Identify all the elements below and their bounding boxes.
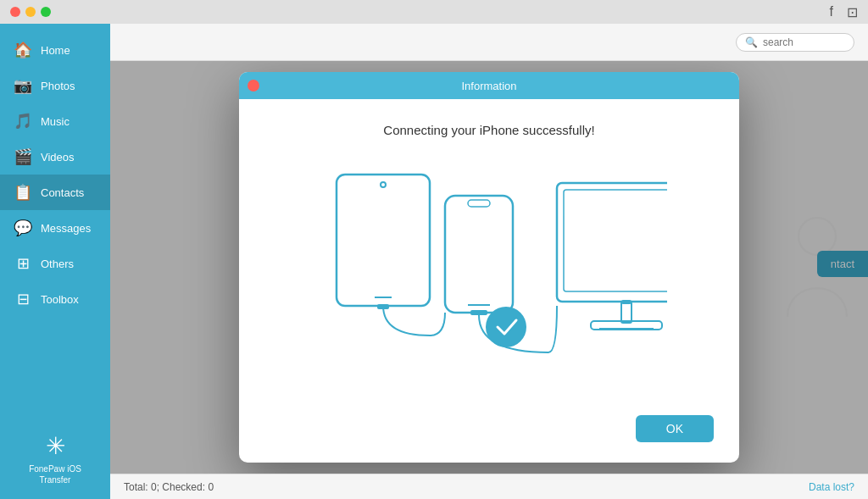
svg-rect-7 xyxy=(377,304,389,309)
modal-overlay: Information Connecting your iPhone succe… xyxy=(110,61,868,474)
modal-close-button[interactable] xyxy=(248,80,259,91)
sidebar-item-videos-label: Videos xyxy=(41,151,75,164)
svg-rect-8 xyxy=(470,310,487,315)
sidebar-item-toolbox[interactable]: ⊟ Toolbox xyxy=(0,281,110,317)
minimize-button[interactable] xyxy=(25,7,36,17)
modal-body: Connecting your iPhone successfully! xyxy=(239,99,739,415)
sidebar-item-photos[interactable]: 📷 Photos xyxy=(0,68,110,103)
modal-footer: OK xyxy=(239,415,739,463)
title-bar-right: f ⊡ xyxy=(830,4,858,20)
sidebar-item-contacts-label: Contacts xyxy=(41,186,84,199)
sidebar-item-others[interactable]: ⊞ Others xyxy=(0,246,110,281)
sidebar-bottom: ✳ FonePaw iOS Transfer xyxy=(0,419,110,499)
search-icon: 🔍 xyxy=(745,36,758,48)
sidebar-item-videos[interactable]: 🎬 Videos xyxy=(0,139,110,175)
app-name-label: FonePaw iOS Transfer xyxy=(14,463,97,485)
modal-dialog: Information Connecting your iPhone succe… xyxy=(239,72,739,463)
modal-titlebar: Information xyxy=(239,72,739,99)
svg-rect-11 xyxy=(564,190,667,291)
top-bar: 🔍 xyxy=(110,24,868,61)
sidebar-item-messages-label: Messages xyxy=(41,222,91,235)
main-content: 🔍 ntact Information xyxy=(110,24,868,499)
photos-icon: 📷 xyxy=(14,76,32,95)
svg-rect-12 xyxy=(621,302,632,323)
svg-rect-10 xyxy=(557,183,667,302)
toolbox-icon: ⊟ xyxy=(14,290,32,308)
sidebar: 🏠 Home 📷 Photos 🎵 Music 🎬 Videos 📋 Conta… xyxy=(0,24,110,499)
app-body: 🏠 Home 📷 Photos 🎵 Music 🎬 Videos 📋 Conta… xyxy=(0,24,868,499)
modal-title: Information xyxy=(461,80,516,92)
maximize-button[interactable] xyxy=(41,7,51,17)
messages-icon: 💬 xyxy=(14,219,32,237)
search-input[interactable] xyxy=(763,36,845,48)
music-icon: 🎵 xyxy=(14,112,32,130)
status-text: Total: 0; Checked: 0 xyxy=(124,481,214,493)
app-logo-icon: ✳ xyxy=(46,432,65,460)
sidebar-item-others-label: Others xyxy=(41,258,74,270)
bottom-bar: Total: 0; Checked: 0 Data lost? xyxy=(110,474,868,499)
sidebar-item-music-label: Music xyxy=(41,115,70,128)
home-icon: 🏠 xyxy=(14,41,32,59)
svg-rect-5 xyxy=(468,200,490,207)
sidebar-item-home[interactable]: 🏠 Home xyxy=(0,32,110,68)
svg-rect-4 xyxy=(445,196,513,313)
content-area: ntact Information Connecting your iPhone… xyxy=(110,61,868,474)
modal-message: Connecting your iPhone successfully! xyxy=(383,123,594,137)
sidebar-item-contacts[interactable]: 📋 Contacts xyxy=(0,175,110,210)
ok-button[interactable]: OK xyxy=(636,415,714,442)
sidebar-item-home-label: Home xyxy=(41,44,70,57)
close-button[interactable] xyxy=(10,7,20,17)
sidebar-item-messages[interactable]: 💬 Messages xyxy=(0,210,110,246)
facebook-icon[interactable]: f xyxy=(830,4,833,19)
others-icon: ⊞ xyxy=(14,254,32,273)
sidebar-item-toolbox-label: Toolbox xyxy=(41,293,79,306)
connection-illustration xyxy=(264,158,714,378)
search-box[interactable]: 🔍 xyxy=(736,33,854,52)
sidebar-item-music[interactable]: 🎵 Music xyxy=(0,103,110,139)
svg-rect-15 xyxy=(621,300,632,304)
title-bar: f ⊡ xyxy=(0,0,868,24)
sidebar-item-photos-label: Photos xyxy=(41,80,75,92)
message-icon[interactable]: ⊡ xyxy=(847,4,858,20)
traffic-lights xyxy=(10,7,51,17)
data-lost-link[interactable]: Data lost? xyxy=(809,481,854,493)
svg-point-2 xyxy=(381,182,386,187)
videos-icon: 🎬 xyxy=(14,147,32,166)
contacts-icon: 📋 xyxy=(14,183,32,202)
svg-rect-1 xyxy=(337,175,430,306)
